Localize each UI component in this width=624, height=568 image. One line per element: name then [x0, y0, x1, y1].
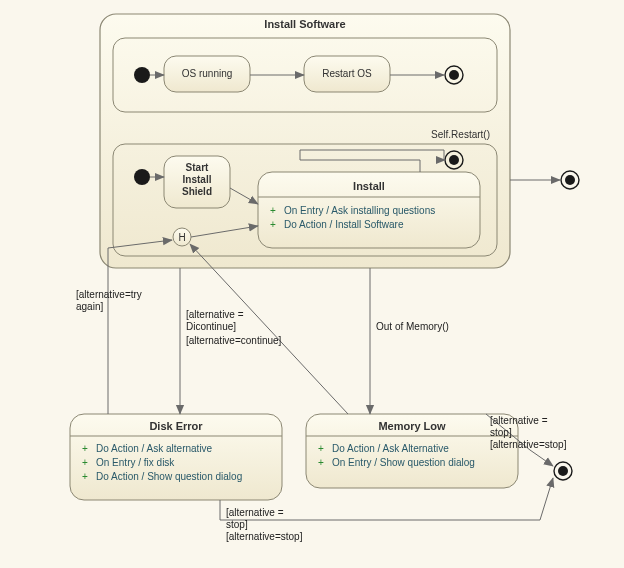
svg-text:+: + [82, 457, 88, 468]
svg-text:[alternative=continue]: [alternative=continue] [186, 335, 282, 346]
container-title: Install Software [264, 18, 345, 30]
final-node-bottom [554, 462, 572, 480]
svg-text:[alternative=try: [alternative=try [76, 289, 142, 300]
svg-text:[alternative =: [alternative = [186, 309, 244, 320]
memory-low-title: Memory Low [378, 420, 446, 432]
svg-text:Do Action / Ask Alternative: Do Action / Ask Alternative [332, 443, 449, 454]
svg-text:[alternative=stop]: [alternative=stop] [226, 531, 303, 542]
svg-text:Install: Install [183, 174, 212, 185]
svg-text:[alternative=stop]: [alternative=stop] [490, 439, 567, 450]
svg-text:+: + [318, 443, 324, 454]
install-software-container: Install Software OS running Restart OS [100, 14, 510, 268]
edge-out-of-memory: Out of Memory() [370, 268, 449, 414]
svg-text:On Entry / Ask installing ques: On Entry / Ask installing questions [284, 205, 435, 216]
svg-text:+: + [82, 471, 88, 482]
self-restart-label: Self.Restart() [431, 129, 490, 140]
svg-text:H: H [178, 232, 185, 243]
svg-text:+: + [82, 443, 88, 454]
svg-text:again]: again] [76, 301, 103, 312]
disk-error-state: Disk Error +Do Action / Ask alternative … [70, 414, 282, 500]
svg-text:stop]: stop] [490, 427, 512, 438]
svg-text:Start: Start [186, 162, 209, 173]
svg-text:Dicontinue]: Dicontinue] [186, 321, 236, 332]
statechart-diagram: Install Software OS running Restart OS [0, 0, 624, 568]
restart-os-state: Restart OS [304, 56, 390, 92]
svg-text:On Entry / fix disk: On Entry / fix disk [96, 457, 175, 468]
svg-point-21 [449, 155, 459, 165]
svg-text:+: + [270, 205, 276, 216]
memory-low-state: Memory Low +Do Action / Ask Alternative … [306, 414, 518, 488]
install-state: Install + On Entry / Ask installing ques… [258, 172, 480, 248]
svg-text:On Entry / Show question dialo: On Entry / Show question dialog [332, 457, 475, 468]
disk-error-title: Disk Error [149, 420, 203, 432]
final-node-outer [561, 171, 579, 189]
svg-text:Do Action / Install Software: Do Action / Install Software [284, 219, 404, 230]
svg-text:Do Action / Ask alternative: Do Action / Ask alternative [96, 443, 213, 454]
svg-point-5 [449, 70, 459, 80]
start-install-shield-state: Start Install Shield [164, 156, 230, 208]
history-node: H [173, 228, 191, 246]
svg-text:+: + [270, 219, 276, 230]
svg-text:+: + [318, 457, 324, 468]
svg-text:[alternative =: [alternative = [226, 507, 284, 518]
restart-os-label: Restart OS [322, 68, 372, 79]
svg-point-29 [565, 175, 575, 185]
svg-text:stop]: stop] [226, 519, 248, 530]
svg-text:[alternative =: [alternative = [490, 415, 548, 426]
svg-text:Do Action / Show question dial: Do Action / Show question dialog [96, 471, 242, 482]
svg-text:Shield: Shield [182, 186, 212, 197]
initial-node-r1 [134, 67, 150, 83]
os-running-label: OS running [182, 68, 233, 79]
os-running-state: OS running [164, 56, 250, 92]
initial-node-r2 [134, 169, 150, 185]
svg-point-46 [558, 466, 568, 476]
svg-text:Out of Memory(): Out of Memory() [376, 321, 449, 332]
install-title: Install [353, 180, 385, 192]
